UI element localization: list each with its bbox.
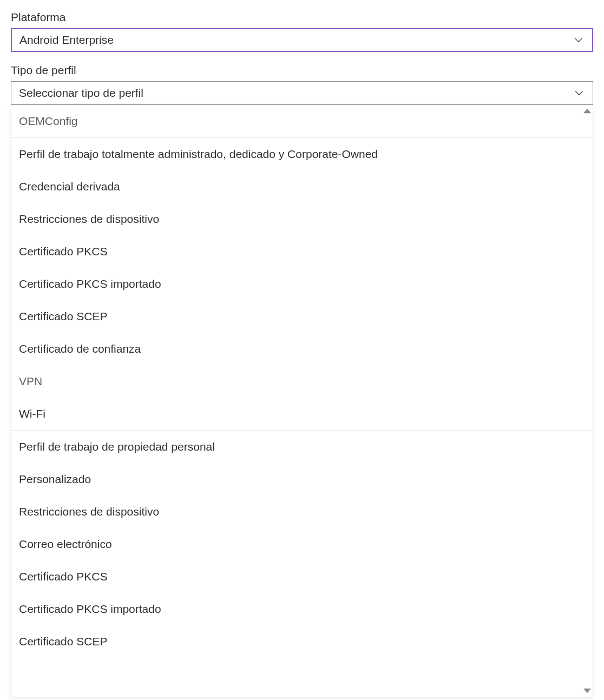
profile-type-dropdown: OEMConfig Perfil de trabajo totalmente a… (11, 105, 593, 697)
platform-field: Plataforma Android Enterprise (11, 11, 593, 52)
platform-label: Plataforma (11, 11, 593, 24)
dropdown-option[interactable]: VPN (11, 365, 593, 398)
dropdown-option[interactable]: Certificado PKCS importado (11, 593, 593, 625)
dropdown-option[interactable]: Certificado PKCS (11, 560, 593, 593)
dropdown-option[interactable]: Certificado SCEP (11, 625, 593, 658)
dropdown-option[interactable]: Wi-Fi (11, 398, 593, 430)
profile-type-select[interactable]: Seleccionar tipo de perfil (11, 81, 593, 105)
dropdown-group-header: Perfil de trabajo de propiedad personal (11, 431, 593, 463)
dropdown-option[interactable]: Correo electrónico (11, 528, 593, 560)
dropdown-group-header: Perfil de trabajo totalmente administrad… (11, 138, 593, 170)
platform-select-value: Android Enterprise (19, 34, 573, 47)
dropdown-option[interactable]: Credencial derivada (11, 170, 593, 203)
dropdown-option[interactable]: Personalizado (11, 463, 593, 496)
dropdown-option[interactable]: Certificado PKCS importado (11, 268, 593, 300)
profile-type-select-placeholder: Seleccionar tipo de perfil (19, 87, 573, 100)
dropdown-option[interactable]: Certificado PKCS (11, 235, 593, 268)
profile-type-field: Tipo de perfil Seleccionar tipo de perfi… (11, 64, 593, 697)
dropdown-option[interactable]: Certificado SCEP (11, 300, 593, 333)
dropdown-group-header: OEMConfig (11, 105, 593, 138)
dropdown-option[interactable]: Restricciones de dispositivo (11, 203, 593, 235)
dropdown-group: Perfil de trabajo de propiedad personal … (11, 431, 593, 697)
dropdown-option[interactable]: Certificado de confianza (11, 333, 593, 365)
profile-type-label: Tipo de perfil (11, 64, 593, 77)
chevron-down-icon (573, 34, 585, 46)
profile-type-dropdown-scroll[interactable]: OEMConfig Perfil de trabajo totalmente a… (11, 105, 593, 697)
dropdown-group: Perfil de trabajo totalmente administrad… (11, 138, 593, 431)
platform-select[interactable]: Android Enterprise (11, 28, 593, 52)
chevron-down-icon (573, 87, 585, 99)
dropdown-option[interactable]: Restricciones de dispositivo (11, 496, 593, 528)
